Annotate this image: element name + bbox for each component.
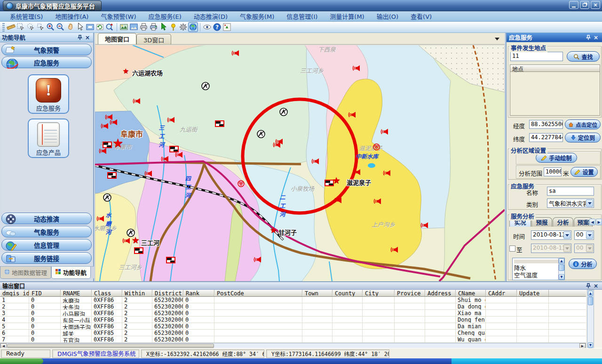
list-item[interactable]: 降水 [513,265,564,272]
column-header-Class[interactable]: Class [92,290,122,296]
station-sign-icon[interactable] [103,193,111,204]
menu-item-dynamic-deduction[interactable]: 动态推演(D) [188,11,234,22]
content-button-应急产品[interactable]: 应急产品 [28,119,69,158]
search-button[interactable]: 查找 [567,51,600,62]
alarm-speaker-icon[interactable] [99,147,107,156]
table-row[interactable]: 30小马厩沟0XFF8626523020000Xiao ma ... [0,310,586,317]
scroll-down-icon[interactable]: ▼ [588,342,593,348]
column-header-RNAME[interactable]: RNAME [61,290,92,296]
menu-item-measure-calc[interactable]: 测量计算(M) [324,11,370,22]
column-header-Address[interactable]: Address [425,290,456,296]
signal-flag-icon[interactable] [166,257,175,263]
latitude-input[interactable]: 44.22778446 [529,133,563,142]
select-point-icon[interactable] [36,22,46,32]
signal-flag-icon[interactable] [107,172,117,179]
help-icon[interactable]: ? [212,22,222,32]
column-header-District[interactable]: District [152,290,183,296]
print-icon[interactable] [139,22,149,32]
ruler-icon[interactable] [6,22,16,32]
menu-item-map-operations[interactable]: 地图操作(A) [49,11,95,22]
sidebar-group-信息管理[interactable]: 信息管理 [1,239,92,251]
globe-icon[interactable] [188,22,198,32]
alarm-speaker-icon[interactable] [352,64,360,73]
alarm-speaker-icon[interactable] [348,111,356,120]
column-header-Town[interactable]: Town [302,290,333,296]
table-row[interactable]: 10水磨沟0XFF8626523020000Shui mo gou [0,297,586,303]
map-canvas[interactable]: 六运湖农场滋泥泉子甘河子三工河阜康市三工河乡下西泉九运街城关镇阜康市小泉牧场上户… [95,45,505,281]
star-marker-icon[interactable]: ★ [123,68,129,75]
alarm-speaker-icon[interactable] [133,97,141,106]
pan-icon[interactable] [65,22,75,32]
output-table[interactable]: dmgis_idFIDRNAMEClassWithinDistrictRankP… [0,290,586,343]
select-free-icon[interactable] [26,22,36,32]
scroll-up-icon[interactable]: ▲ [559,258,564,264]
service-type-select[interactable]: 气象和洪水灾害 [547,198,594,208]
alarm-speaker-icon[interactable] [273,141,281,150]
locate-by-click-button[interactable]: 点击定位 [565,119,601,129]
menu-item-system-management[interactable]: 系统管理(S) [4,11,49,22]
column-header-CAddr[interactable]: CAddr [486,290,517,296]
sidebar-group-动态推演[interactable]: 动态推演 [1,213,92,224]
legend-icon[interactable] [222,22,232,32]
content-button-应急服务[interactable]: !应急服务 [28,74,69,114]
alarm-speaker-icon[interactable] [122,237,130,246]
pin-icon[interactable] [585,34,592,41]
taskbar-active-item[interactable] [452,358,602,364]
alarm-speaker-icon[interactable] [231,49,239,58]
close-icon[interactable]: × [592,34,600,41]
station-sign-icon[interactable] [127,229,135,239]
pin-icon[interactable] [585,283,592,289]
alarm-speaker-icon[interactable] [167,116,175,125]
alarm-speaker-icon[interactable] [373,198,381,206]
chevron-down-icon[interactable] [586,231,593,239]
sidebar-group-服务链接[interactable]: 服务链接 [1,252,92,264]
close-icon[interactable]: × [592,283,600,289]
station-sign-icon[interactable] [201,82,210,92]
date-select[interactable]: 2010-08-13 [531,230,571,240]
column-header-CName[interactable]: CName [456,290,486,296]
alarm-speaker-icon[interactable] [101,122,109,131]
start-button-edge[interactable] [0,358,43,364]
scroll-up-icon[interactable]: ▲ [588,291,593,296]
table-row[interactable]: 40东风一小队0XFF8626523020000Dong fen... [0,317,586,323]
left-panel-tab-功能导航[interactable]: 功能导航 [51,267,91,279]
service-name-input[interactable]: sa [547,187,594,196]
placemark-icon[interactable] [168,22,178,32]
restore-button[interactable] [580,1,589,9]
print-color-icon[interactable] [149,22,158,32]
column-header-PostCode[interactable]: PostCode [214,290,302,296]
gear-icon[interactable] [178,22,188,32]
menu-item-weather-warning[interactable]: 气象预警(W) [95,11,142,22]
alarm-speaker-icon[interactable] [161,155,169,164]
column-header-City[interactable]: City [363,290,395,296]
longitude-input[interactable]: 88.36255061 [529,120,563,129]
column-header-Within[interactable]: Within [122,290,152,296]
table-row[interactable]: 20大冬沟0XFF8626523020000Da dong gou [0,303,586,310]
signal-flag-icon[interactable] [325,180,334,186]
alarm-speaker-icon[interactable] [334,197,342,206]
sidebar-group-气象服务[interactable]: 气象服务 [1,226,92,237]
scrollbar-thumb[interactable] [559,264,564,271]
minimize-button[interactable] [569,1,578,9]
alarm-speaker-icon[interactable] [390,246,398,255]
hour-to-select[interactable]: 00 [574,244,594,253]
alarm-speaker-icon[interactable] [253,256,261,265]
menu-item-weather-service[interactable]: 气象服务(M) [234,11,280,22]
menu-item-info-management[interactable]: 信息管理(I) [280,11,324,22]
signal-flag-icon[interactable] [103,142,112,148]
alarm-speaker-icon[interactable] [353,168,361,177]
close-icon[interactable]: × [84,34,91,41]
export-map-icon[interactable] [119,22,129,32]
mine-symbol-icon[interactable] [373,143,380,152]
scrollbar-thumb[interactable] [7,344,214,348]
place-list-header[interactable]: 地点 [510,64,600,72]
analyze-button[interactable]: i 分析 [569,259,597,269]
column-header-Rank[interactable]: Rank [183,290,214,296]
set-range-button[interactable]: 设置 [570,167,598,177]
analysis-tab-分析[interactable]: 分析 [553,217,573,227]
alarm-speaker-icon[interactable] [96,215,104,224]
element-listbox[interactable]: 降水空气温度 ▲ ▼ [512,258,565,280]
left-panel-tab-地图数据管理[interactable]: 地图数据管理 [0,267,51,279]
close-button[interactable]: × [591,1,600,9]
alarm-speaker-icon[interactable] [311,158,319,166]
